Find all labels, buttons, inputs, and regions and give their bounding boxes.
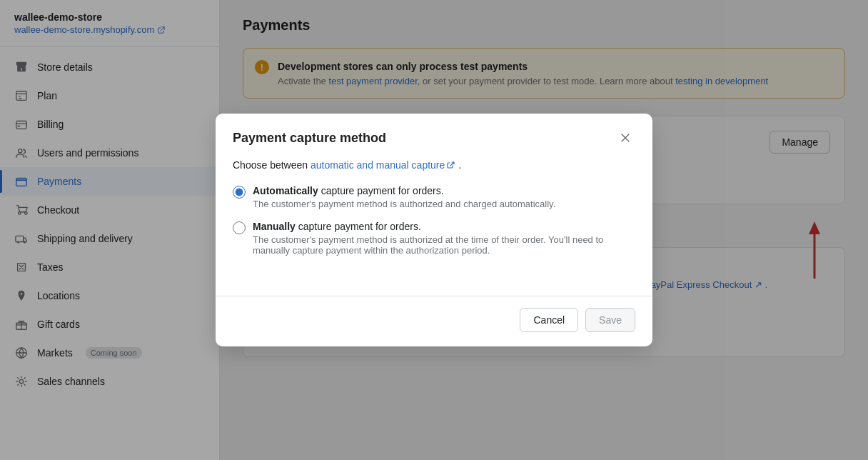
modal-body: Choose between automatic and manual capt… <box>216 159 652 281</box>
payment-capture-modal: Payment capture method Choose between au… <box>216 114 652 346</box>
modal-header: Payment capture method <box>216 114 652 159</box>
modal-divider <box>216 296 652 296</box>
radio-automatic-label-container: Automatically capture payment for orders… <box>253 185 555 209</box>
modal-title: Payment capture method <box>233 131 386 146</box>
close-icon <box>618 131 632 145</box>
radio-automatic-label: Automatically capture payment for orders… <box>253 185 555 196</box>
modal-intro-text: Choose between automatic and manual capt… <box>233 159 635 171</box>
modal-close-button[interactable] <box>615 128 635 148</box>
radio-option-automatic[interactable]: Automatically capture payment for orders… <box>233 185 635 209</box>
radio-automatic-input[interactable] <box>233 186 246 199</box>
external-link-small-icon <box>447 161 455 169</box>
capture-info-link[interactable]: automatic and manual capture <box>311 159 455 171</box>
radio-manual-sublabel: The customer's payment method is authori… <box>253 234 635 256</box>
cancel-button[interactable]: Cancel <box>520 308 578 332</box>
modal-footer: Cancel Save <box>216 308 652 346</box>
radio-manual-label: Manually capture payment for orders. <box>253 221 635 232</box>
radio-option-manually[interactable]: Manually capture payment for orders. The… <box>233 221 635 256</box>
modal-overlay[interactable]: Payment capture method Choose between au… <box>0 0 868 460</box>
radio-manual-input[interactable] <box>233 221 246 234</box>
save-button[interactable]: Save <box>585 308 635 332</box>
radio-manual-label-container: Manually capture payment for orders. The… <box>253 221 635 256</box>
radio-automatic-sublabel: The customer's payment method is authori… <box>253 199 555 209</box>
